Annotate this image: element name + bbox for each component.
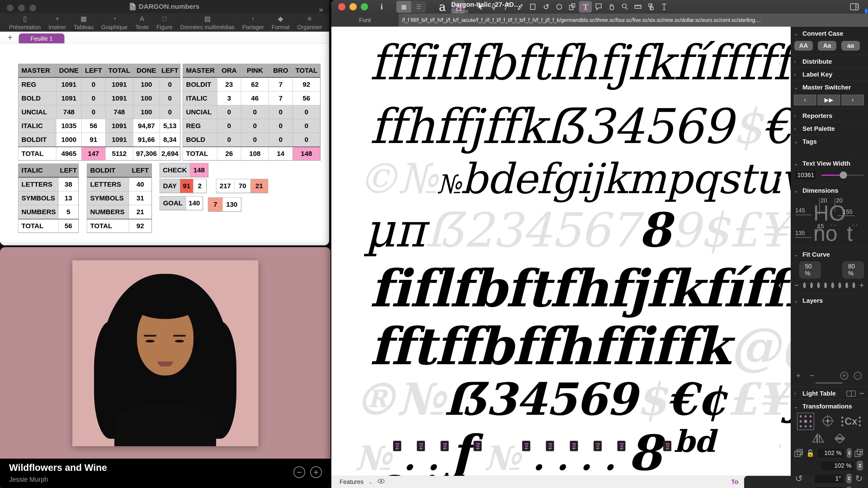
table-cell[interactable]: TOTAL: [183, 147, 217, 160]
table-cell[interactable]: LETTERS: [18, 177, 59, 191]
instructor-tool-icon[interactable]: [657, 1, 671, 13]
stroke-ops-icon[interactable]: [645, 1, 657, 13]
section-header[interactable]: ›Label Key: [794, 71, 864, 78]
table-cell[interactable]: 748: [105, 105, 133, 119]
slider-knob[interactable]: [840, 171, 847, 179]
rotate-tool-icon[interactable]: ↺: [539, 1, 553, 13]
table-cell[interactable]: 0: [217, 119, 241, 133]
lock-proportions-icon[interactable]: 🔓: [806, 449, 814, 457]
annotation-tool-icon[interactable]: [592, 1, 605, 13]
features-dropdown[interactable]: Features: [340, 479, 364, 486]
table-cell[interactable]: 0: [241, 119, 269, 133]
table-cell[interactable]: 0: [82, 105, 105, 119]
table-cell[interactable]: 148: [293, 147, 320, 160]
text-line[interactable]: fiflfbftfhfjfkfíffffl: [331, 258, 791, 316]
text-width-slider[interactable]: [822, 175, 864, 176]
section-header[interactable]: ›Light Table •••: [794, 390, 864, 397]
table-cell[interactable]: 2,694: [160, 147, 180, 160]
play-masters-button[interactable]: ▶▶: [817, 95, 840, 105]
section-header[interactable]: ⌄Convert Case: [794, 30, 864, 37]
edit-canvas[interactable]: fffiflfbftfhfjfkfíffffflfftffb‹ffhffjffk…: [331, 27, 791, 476]
table-day[interactable]: DAY912: [160, 179, 207, 193]
table-cell[interactable]: 148: [190, 163, 208, 177]
table-cell[interactable]: 0: [160, 78, 180, 92]
table-cell[interactable]: 5: [59, 205, 79, 219]
titlecase-button[interactable]: Aa: [818, 41, 836, 51]
section-header[interactable]: ›Reporters: [794, 112, 864, 120]
table-cell[interactable]: 0: [217, 133, 241, 147]
table-cell[interactable]: 91: [180, 179, 193, 193]
chevron-down-icon[interactable]: ⌄: [794, 31, 799, 37]
table-cell[interactable]: 94,87: [133, 119, 160, 133]
table-cell[interactable]: 70: [235, 179, 251, 193]
light-table-pane-icon[interactable]: [846, 391, 856, 396]
fit-curve-increase-button[interactable]: +: [860, 281, 864, 290]
text-line[interactable]: fffiflfbftfhfjfkfíffffflfftffb: [331, 35, 791, 98]
empty-base-glyph-box[interactable]: emptybaseglyph: [393, 441, 401, 451]
toolbar-item-insert[interactable]: +Insérer: [49, 15, 66, 31]
empty-base-glyph-box[interactable]: emptybaseglyph: [546, 441, 554, 451]
empty-base-glyph-box[interactable]: emptybaseglyph: [417, 441, 425, 451]
table-boldit-left[interactable]: BOLDITLEFTLETTERS40SYMBOLS31NUMBERS21TOT…: [87, 164, 152, 233]
list-view-icon[interactable]: ☰: [411, 1, 426, 13]
table-cell[interactable]: 2: [193, 179, 206, 193]
table-cell[interactable]: 100: [133, 92, 160, 105]
table-cell[interactable]: 40: [129, 177, 152, 191]
table-cell[interactable]: BOLD: [183, 133, 217, 147]
table-cell[interactable]: BOLD: [18, 92, 56, 105]
fit-curve-dot[interactable]: [803, 283, 806, 288]
text-tool-icon[interactable]: T: [579, 1, 592, 13]
table-cell[interactable]: TOTAL: [18, 147, 56, 160]
empty-base-glyph-box[interactable]: emptybaseglyph: [663, 441, 671, 451]
transform-metrics-icon[interactable]: Cx: [841, 416, 861, 427]
table-goal-extra[interactable]: 7130: [208, 197, 241, 212]
numbers-titlebar[interactable]: DARGON.numbers: [0, 0, 329, 13]
primitives-tool-icon[interactable]: [526, 1, 539, 13]
lowercase-button[interactable]: aa: [841, 41, 860, 51]
info-icon[interactable]: i: [381, 2, 383, 11]
table-cell[interactable]: 92: [129, 219, 152, 233]
measure-tool-icon[interactable]: [631, 1, 645, 13]
table-cell[interactable]: 91: [82, 133, 105, 147]
table-cell[interactable]: 0: [241, 105, 269, 119]
table-cell[interactable]: 56: [82, 119, 105, 133]
header-cell[interactable]: PINK: [241, 64, 269, 78]
toolbar-item-organize[interactable]: ≡Organiser: [297, 15, 322, 31]
header-cell[interactable]: BOLDIT: [87, 164, 129, 177]
table-cell[interactable]: ITALIC: [183, 92, 217, 105]
header-cell[interactable]: DONE: [133, 64, 160, 78]
chevron-down-icon[interactable]: ⌄: [794, 297, 799, 304]
text-line[interactable]: ®№ ẞ34569 $ €¢ £¥ ƒ ₺ đ&@©: [331, 373, 791, 424]
flip-vertical-icon[interactable]: [833, 433, 846, 445]
filter-layers-icon[interactable]: ≋: [840, 372, 848, 380]
scale-up-icon[interactable]: [854, 449, 864, 457]
header-cell[interactable]: TOTAL: [293, 64, 320, 78]
empty-base-glyph-box[interactable]: emptybaseglyph: [522, 441, 530, 451]
remove-layer-button[interactable]: −: [810, 371, 814, 380]
table-cell[interactable]: 56: [293, 92, 320, 105]
table-cell[interactable]: 56: [59, 219, 79, 233]
table-cell[interactable]: 130: [223, 198, 241, 212]
table-cell[interactable]: 0: [293, 105, 320, 119]
section-header[interactable]: ›Distribute: [794, 58, 864, 65]
grid-view-icon[interactable]: ▦: [396, 1, 411, 13]
table-cell[interactable]: 140: [186, 196, 203, 210]
scale-x-stepper[interactable]: [847, 448, 852, 458]
table-cell[interactable]: 1000: [56, 133, 82, 147]
hand-tool-icon[interactable]: [605, 1, 618, 13]
fit-curve-dot[interactable]: [852, 283, 855, 288]
scale-y-input[interactable]: 102 %: [820, 461, 855, 470]
transform-tool-icon[interactable]: [566, 1, 579, 13]
table-cell[interactable]: 108: [241, 147, 269, 160]
header-cell[interactable]: LEFT: [160, 64, 180, 78]
section-header[interactable]: ⌄Tags: [794, 138, 864, 145]
table-cell[interactable]: UNCIAL: [18, 105, 56, 119]
table-cell[interactable]: 14: [269, 147, 293, 160]
fit-curve-scale[interactable]: −+: [794, 281, 864, 290]
chevron-right-icon[interactable]: ›: [794, 390, 799, 397]
toolbar-overflow-icon[interactable]: »: [319, 5, 323, 14]
table-cell[interactable]: 23: [217, 78, 241, 92]
previous-master-button[interactable]: ‹: [794, 95, 816, 105]
table-cell[interactable]: 31: [129, 191, 152, 205]
table-cell[interactable]: ITALIC: [18, 119, 56, 133]
